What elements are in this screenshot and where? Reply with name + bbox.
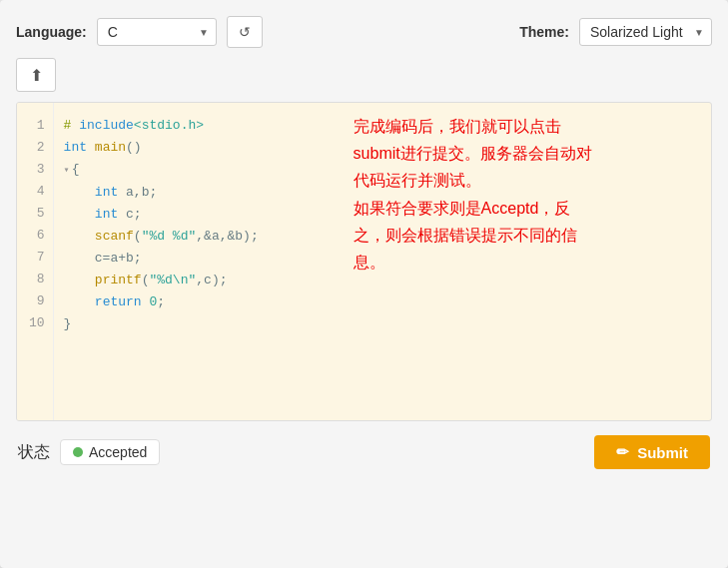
- pencil-icon: ✏: [616, 443, 629, 461]
- return-kw: return: [95, 291, 142, 313]
- code-line-2: int main(): [64, 137, 701, 159]
- var-c: c;: [118, 204, 141, 226]
- status-label: 状态: [18, 442, 50, 463]
- return-val: [142, 291, 150, 313]
- line-numbers: 1 2 3 4 5 6 7 8 9 10: [17, 103, 54, 420]
- printf-fmt: "%d\n": [149, 270, 196, 291]
- submit-button[interactable]: ✏ Submit: [594, 435, 710, 469]
- header: <stdio.h>: [134, 115, 204, 137]
- close-brace: }: [64, 313, 72, 335]
- main-container: Language: C C++ Java Python JavaScript ↺…: [0, 0, 728, 568]
- scanf-fmt: "%d %d": [142, 226, 197, 248]
- code-line-10: }: [64, 313, 701, 335]
- scanf-close: );: [243, 226, 259, 248]
- bottom-bar: 状态 Accepted ✏ Submit: [16, 435, 712, 469]
- status-badge: Accepted: [60, 439, 160, 465]
- include-kw: include: [79, 115, 134, 137]
- theme-label: Theme:: [519, 24, 569, 40]
- language-label: Language:: [16, 24, 87, 40]
- status-dot: [73, 447, 83, 457]
- language-select-wrapper[interactable]: C C++ Java Python JavaScript: [97, 18, 217, 46]
- int-kw-5: int: [95, 204, 118, 226]
- hash: #: [64, 115, 72, 137]
- printf-comma: ,: [196, 270, 204, 291]
- status-text: Accepted: [89, 444, 147, 460]
- assign: c=a+b;: [64, 248, 142, 270]
- var-ab: a,b;: [118, 182, 157, 204]
- int-kw-4: int: [95, 182, 118, 204]
- submit-label: Submit: [637, 444, 688, 461]
- open-brace: {: [72, 159, 80, 181]
- printf-close: );: [212, 270, 228, 291]
- code-line-1: # include<stdio.h>: [64, 115, 701, 137]
- main-func: main: [95, 137, 126, 159]
- upload-icon: ⬆: [30, 66, 43, 85]
- fold-arrow[interactable]: ▾: [64, 160, 70, 182]
- code-line-5: int c;: [64, 204, 701, 226]
- code-line-4: int a,b;: [64, 182, 701, 204]
- amp-a: &a,&b: [204, 226, 243, 248]
- code-line-3: ▾{: [64, 159, 701, 182]
- code-line-6: scanf("%d %d",&a,&b);: [64, 226, 701, 248]
- editor-area[interactable]: 1 2 3 4 5 6 7 8 9 10 # include<stdio.h> …: [16, 102, 712, 421]
- theme-select-wrapper[interactable]: Solarized Light Default Dark Monokai: [579, 18, 712, 46]
- parens: (): [126, 137, 142, 159]
- scanf-paren: (: [134, 226, 142, 248]
- code-editor[interactable]: # include<stdio.h> int main() ▾{ int a,b…: [54, 103, 711, 420]
- upload-button[interactable]: ⬆: [16, 58, 56, 92]
- status-section: 状态 Accepted: [18, 439, 160, 465]
- printf-func: printf: [95, 270, 142, 291]
- theme-select[interactable]: Solarized Light Default Dark Monokai: [579, 18, 712, 46]
- int-kw-2: int: [64, 137, 87, 159]
- refresh-button[interactable]: ↺: [227, 16, 263, 48]
- code-line-7: c=a+b;: [64, 248, 701, 270]
- semicolon: ;: [157, 291, 165, 313]
- zero: 0: [149, 291, 157, 313]
- printf-arg: c: [204, 270, 212, 291]
- code-line-8: printf("%d\n",c);: [64, 270, 701, 291]
- language-select[interactable]: C C++ Java Python JavaScript: [97, 18, 217, 46]
- scanf-func: scanf: [95, 226, 134, 248]
- comma: ,: [196, 226, 204, 248]
- toolbar-left: Language: C C++ Java Python JavaScript ↺…: [16, 16, 712, 48]
- toolbar-row1: Language: C C++ Java Python JavaScript ↺…: [16, 16, 712, 48]
- code-line-9: return 0;: [64, 291, 701, 313]
- printf-paren: (: [142, 270, 150, 291]
- toolbar-row2: ⬆: [16, 58, 712, 92]
